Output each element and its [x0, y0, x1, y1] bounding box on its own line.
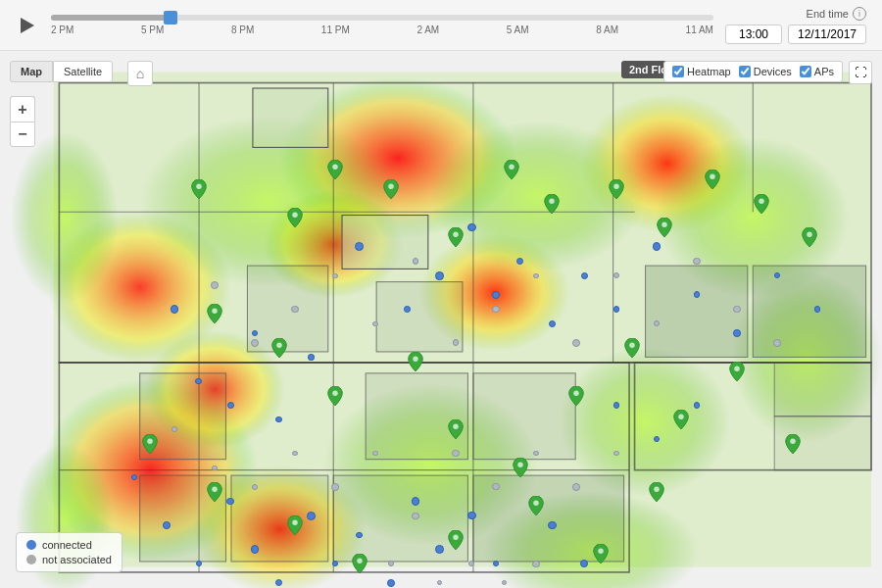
ap-marker[interactable] [785, 434, 801, 454]
device-dot [332, 273, 337, 278]
ap-marker[interactable] [568, 386, 584, 406]
device-dot [467, 512, 475, 519]
svg-point-62 [807, 231, 811, 236]
aps-checkbox[interactable] [800, 66, 811, 77]
svg-point-72 [734, 367, 739, 371]
svg-point-78 [453, 534, 458, 539]
info-icon[interactable]: i [853, 7, 866, 21]
connected-label: connected [42, 539, 92, 551]
ap-marker[interactable] [271, 338, 287, 358]
device-dot [581, 272, 588, 279]
device-dot [532, 561, 539, 567]
device-dot [196, 561, 202, 566]
svg-point-80 [598, 549, 603, 554]
ap-marker[interactable] [287, 208, 303, 227]
ap-marker[interactable] [448, 227, 464, 247]
heatmap-label: Heatmap [687, 66, 731, 77]
date-input[interactable] [788, 24, 866, 44]
device-dot [372, 451, 378, 457]
not-associated-label: not associated [42, 554, 112, 565]
ap-marker[interactable] [287, 515, 303, 535]
timeline-label-5pm: 5 PM [141, 24, 164, 35]
end-time-inputs [725, 24, 866, 44]
device-dot [693, 258, 700, 265]
ap-marker[interactable] [327, 386, 343, 406]
device-dot [492, 483, 499, 490]
ap-marker[interactable] [408, 352, 423, 371]
timeline-label-8am: 8 AM [596, 24, 618, 35]
device-dot [492, 306, 499, 313]
ap-marker[interactable] [327, 160, 343, 179]
map-button[interactable]: Map [10, 61, 53, 82]
svg-point-77 [357, 559, 362, 564]
play-button[interactable] [16, 14, 39, 37]
timeline-label-11pm: 11 PM [321, 24, 350, 35]
ap-marker[interactable] [657, 218, 672, 237]
timeline-track[interactable] [51, 15, 713, 21]
svg-rect-39 [753, 266, 865, 357]
svg-rect-40 [366, 373, 467, 460]
play-icon [21, 18, 34, 33]
ap-marker[interactable] [673, 410, 689, 429]
svg-rect-41 [473, 373, 575, 460]
ap-marker[interactable] [513, 458, 528, 477]
ap-marker[interactable] [504, 160, 519, 179]
device-dot [613, 306, 619, 312]
device-dot [548, 521, 556, 529]
ap-marker[interactable] [448, 530, 464, 550]
device-dot [467, 223, 476, 232]
timeline-label-5am: 5 AM [507, 24, 529, 35]
heatmap-checkbox[interactable] [672, 66, 684, 77]
top-bar: 2 PM 5 PM 8 PM 11 PM 2 AM 5 AM 8 AM 11 A… [0, 0, 882, 51]
not-associated-legend-item: not associated [26, 554, 112, 565]
home-button[interactable]: ⌂ [127, 61, 153, 86]
device-dot [572, 339, 580, 347]
timeline-labels: 2 PM 5 PM 8 PM 11 PM 2 AM 5 AM 8 AM 11 A… [51, 24, 713, 35]
svg-point-57 [550, 198, 555, 203]
device-dot [572, 483, 580, 491]
svg-rect-37 [376, 282, 463, 352]
devices-label: Devices [754, 66, 792, 77]
ap-marker[interactable] [352, 554, 368, 573]
ap-marker[interactable] [593, 544, 609, 564]
ap-marker[interactable] [705, 170, 720, 189]
time-input[interactable] [725, 24, 782, 44]
expand-button[interactable]: ⛶ [849, 61, 872, 84]
ap-marker[interactable] [142, 434, 158, 454]
timeline-thumb[interactable] [164, 11, 177, 24]
ap-marker[interactable] [207, 304, 222, 323]
device-dot [613, 451, 618, 456]
svg-point-60 [710, 174, 715, 179]
svg-point-81 [654, 486, 659, 491]
svg-point-73 [791, 438, 796, 443]
ap-marker[interactable] [544, 194, 560, 214]
ap-marker[interactable] [649, 482, 664, 502]
svg-point-52 [292, 213, 297, 218]
ap-marker[interactable] [191, 179, 207, 199]
satellite-button[interactable]: Satellite [53, 61, 113, 82]
device-dot [171, 305, 178, 313]
ap-marker[interactable] [528, 496, 544, 515]
ap-marker[interactable] [754, 194, 769, 214]
ap-marker[interactable] [624, 338, 640, 358]
aps-legend-item: APs [800, 66, 834, 77]
devices-checkbox[interactable] [739, 66, 751, 77]
zoom-out-button[interactable]: − [10, 122, 35, 147]
ap-marker[interactable] [448, 419, 464, 439]
svg-point-59 [662, 222, 666, 227]
svg-rect-47 [774, 363, 871, 416]
ap-marker[interactable] [207, 482, 222, 502]
ap-marker[interactable] [729, 362, 745, 381]
ap-marker[interactable] [383, 179, 399, 199]
ap-marker[interactable] [802, 227, 817, 247]
ap-marker[interactable] [609, 179, 624, 199]
device-dot [549, 320, 556, 327]
svg-point-79 [533, 501, 538, 506]
timeline-label-8pm: 8 PM [231, 24, 254, 35]
svg-rect-49 [253, 88, 328, 147]
expand-icon: ⛶ [855, 66, 866, 79]
zoom-controls: + − [10, 96, 35, 147]
device-dot [733, 306, 740, 313]
device-dot [292, 451, 297, 456]
zoom-in-button[interactable]: + [10, 96, 35, 122]
